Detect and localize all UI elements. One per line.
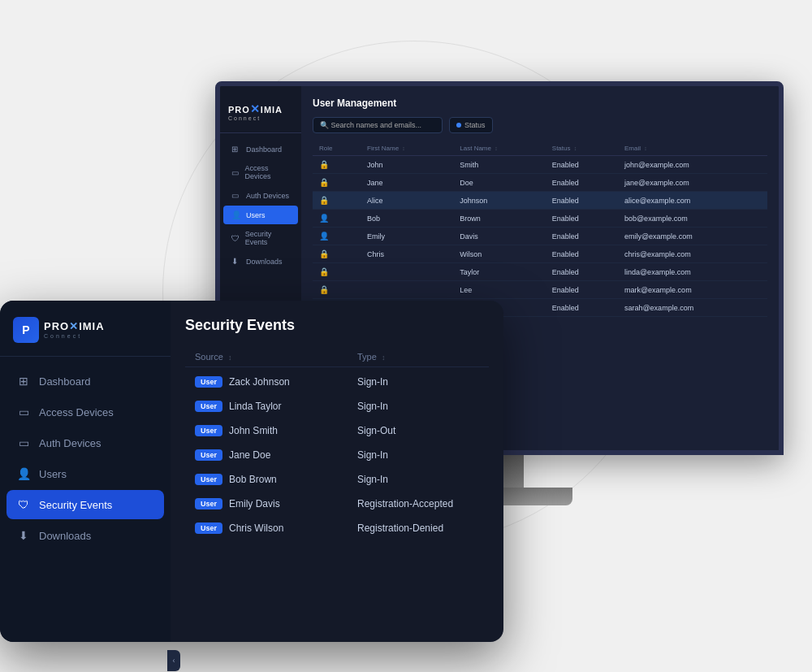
- row-source: User Emily Davis: [195, 498, 357, 509]
- firstname-cell: [361, 281, 453, 299]
- sort-source-icon: ↕: [228, 353, 232, 362]
- panel-wrap: ‹ P PRO✕IMIA Connect ⊞ Dashboard: [0, 301, 503, 642]
- status-cell: Enabled: [546, 210, 618, 228]
- monitor-nav-auth-devices[interactable]: ▭ Auth Devices: [223, 186, 298, 205]
- role-cell: 🔒: [313, 192, 361, 210]
- lastname-cell: Lee: [453, 281, 546, 299]
- panel-nav: ⊞ Dashboard ▭ Access Devices ▭ Auth Devi…: [0, 357, 171, 560]
- panel-auth-label: Auth Devices: [39, 437, 102, 449]
- list-item: User John Smith Sign-Out: [185, 419, 489, 442]
- lastname-cell: Wilson: [453, 245, 546, 263]
- table-row: 🔒 Jane Doe Enabled jane@example.com: [313, 174, 767, 192]
- row-type: Sign-In: [357, 449, 479, 461]
- row-name: Bob Brown: [229, 474, 277, 485]
- panel-logo-icon: P: [13, 317, 39, 343]
- col-email: Email ↕: [618, 141, 767, 156]
- role-cell: 🔒: [313, 156, 361, 174]
- row-type: Sign-In: [357, 474, 479, 485]
- status-cell: Enabled: [546, 174, 618, 192]
- row-source: User Linda Taylor: [195, 401, 357, 412]
- table-row: 👤 Emily Davis Enabled emily@example.com: [313, 228, 767, 245]
- monitor-search-input[interactable]: 🔍 Search names and emails...: [313, 117, 443, 133]
- role-cell: 🔒: [313, 174, 361, 192]
- panel-nav-dashboard[interactable]: ⊞ Dashboard: [6, 366, 164, 396]
- auth-devices-icon: ▭: [231, 191, 241, 200]
- lastname-cell: Brown: [453, 210, 546, 228]
- role-cell: 🔒: [313, 281, 361, 299]
- monitor-logo-sub: Connect: [228, 115, 293, 121]
- email-cell: bob@example.com: [618, 210, 767, 228]
- col-status: Status ↕: [546, 141, 618, 156]
- role-cell: 👤: [313, 210, 361, 228]
- monitor-nav-security-events[interactable]: 🛡 Security Events: [223, 225, 298, 251]
- list-item: User Zack Johnson Sign-In: [185, 371, 489, 393]
- panel-dashboard-icon: ⊞: [16, 375, 31, 388]
- panel-nav-access-devices[interactable]: ▭ Access Devices: [6, 397, 164, 427]
- panel-nav-users[interactable]: 👤 Users: [6, 459, 164, 488]
- panel-users-icon: 👤: [16, 467, 31, 480]
- panel-access-icon: ▭: [16, 405, 31, 418]
- monitor-nav-access-devices[interactable]: ▭ Access Devices: [223, 159, 298, 185]
- firstname-cell: Emily: [361, 228, 453, 245]
- firstname-cell: Chris: [361, 245, 453, 263]
- row-source: User Jane Doe: [195, 449, 357, 461]
- monitor-nav-downloads[interactable]: ⬇ Downloads: [223, 252, 298, 271]
- monitor-logo-text: PRO✕IMIA: [228, 102, 293, 115]
- security-icon: 🛡: [231, 234, 240, 243]
- sort-type-icon: ↕: [382, 353, 386, 362]
- list-item: User Bob Brown Sign-In: [185, 468, 489, 491]
- row-source: User Chris Wilson: [195, 522, 357, 534]
- list-item: User Jane Doe Sign-In: [185, 444, 489, 466]
- row-name: Emily Davis: [229, 498, 280, 509]
- monitor-nav-dashboard[interactable]: ⊞ Dashboard: [223, 140, 298, 158]
- role-cell: 👤: [313, 228, 361, 245]
- monitor-nav-users[interactable]: 👤 Users: [223, 206, 298, 224]
- table-row: 🔒 Lee Enabled mark@example.com: [313, 281, 767, 299]
- user-badge: User: [195, 449, 222, 461]
- row-type: Registration-Accepted: [357, 498, 479, 509]
- panel-downloads-label: Downloads: [39, 530, 91, 542]
- panel-nav-auth-devices[interactable]: ▭ Auth Devices: [6, 428, 164, 457]
- panel-rows-container: User Zack Johnson Sign-In User Linda Tay…: [185, 371, 489, 540]
- monitor-status-filter[interactable]: Status: [449, 117, 493, 133]
- list-item: User Emily Davis Registration-Accepted: [185, 492, 489, 515]
- monitor-logo: PRO✕IMIA Connect: [220, 96, 301, 133]
- email-cell: chris@example.com: [618, 245, 767, 263]
- user-badge: User: [195, 401, 222, 412]
- panel-nav-downloads[interactable]: ⬇ Downloads: [6, 521, 164, 550]
- user-badge: User: [195, 425, 222, 436]
- table-row: 🔒 Alice Johnson Enabled alice@example.co…: [313, 192, 767, 210]
- row-type: Sign-In: [357, 376, 479, 388]
- user-badge: User: [195, 498, 222, 509]
- panel-auth-icon: ▭: [16, 436, 31, 449]
- firstname-cell: John: [361, 156, 453, 174]
- row-source: User Zack Johnson: [195, 376, 357, 388]
- lastname-cell: Smith: [453, 156, 546, 174]
- panel-nav-security-events[interactable]: 🛡 Security Events: [6, 490, 164, 519]
- table-row: 🔒 Chris Wilson Enabled chris@example.com: [313, 245, 767, 263]
- row-name: Jane Doe: [229, 449, 270, 461]
- panel-collapse-button[interactable]: ‹: [167, 650, 180, 671]
- lastname-cell: Johnson: [453, 192, 546, 210]
- users-icon: 👤: [231, 210, 241, 219]
- table-row: 🔒 John Smith Enabled john@example.com: [313, 156, 767, 174]
- email-cell: mark@example.com: [618, 281, 767, 299]
- col-lastname: Last Name ↕: [453, 141, 546, 156]
- row-type: Sign-In: [357, 401, 479, 412]
- dashboard-icon: ⊞: [231, 145, 241, 154]
- panel-security-icon: 🛡: [16, 498, 31, 511]
- status-dot: [456, 123, 461, 128]
- firstname-cell: Alice: [361, 192, 453, 210]
- user-badge: User: [195, 474, 222, 485]
- email-cell: linda@example.com: [618, 263, 767, 281]
- firstname-cell: Jane: [361, 174, 453, 192]
- status-cell: Enabled: [546, 228, 618, 245]
- email-cell: emily@example.com: [618, 228, 767, 245]
- panel-logo-area: P PRO✕IMIA Connect: [0, 301, 171, 357]
- col-type-header: Type ↕: [357, 352, 479, 362]
- panel-downloads-icon: ⬇: [16, 529, 31, 542]
- row-name: Zack Johnson: [229, 376, 290, 388]
- user-badge: User: [195, 376, 222, 388]
- panel-logo-main: PRO✕IMIA: [44, 321, 105, 332]
- firstname-cell: Bob: [361, 210, 453, 228]
